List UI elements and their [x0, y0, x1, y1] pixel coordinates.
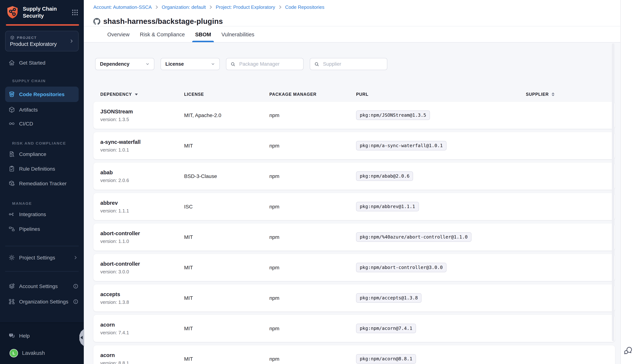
dependency-name: abort-controller	[100, 230, 184, 236]
license-cell: BSD-3-Clause	[184, 173, 269, 179]
app-logo-row: Supply Chain Security	[0, 0, 84, 24]
tab[interactable]: SBOM	[194, 26, 212, 42]
sidebar-item-label: Artifacts	[19, 107, 38, 113]
table-row[interactable]: abort-controller version: 3.0.0 MIT npm …	[93, 254, 615, 281]
table-row[interactable]: acorn version: 8.8.1 MIT npm pkg:npm/aco…	[93, 345, 615, 364]
table-row[interactable]: abort-controller version: 1.1.0 MIT npm …	[93, 224, 615, 250]
supplier-search-input[interactable]	[322, 61, 383, 67]
sidebar-item-integrations[interactable]: Integrations	[0, 207, 84, 222]
info-icon[interactable]	[73, 299, 79, 304]
column-header-supplier[interactable]: SUPPLIER	[526, 92, 615, 96]
table-row[interactable]: JSONStream version: 1.3.5 MIT, Apache-2.…	[93, 102, 615, 129]
breadcrumb-link[interactable]: Project: Product Exploratory	[216, 4, 275, 10]
package-manager-cell: npm	[269, 173, 356, 179]
sidebar-item-label: Account Settings	[19, 283, 58, 289]
sidebar-item-remediation-tracker[interactable]: Remediation Tracker	[0, 176, 84, 191]
purl-chip[interactable]: pkg:npm/a-sync-waterfall@1.0.1	[356, 141, 447, 150]
purl-chip[interactable]: pkg:npm/acorn@7.4.1	[356, 324, 416, 333]
project-selector[interactable]: PROJECT Product Exploratory	[5, 31, 79, 51]
user-menu[interactable]: L Lavakush	[0, 346, 84, 360]
sidebar-item-label: CI/CD	[19, 121, 33, 126]
main-area: Account: Automation-SSCA Organization: d…	[84, 0, 635, 364]
sidebar-item-label: Rule Definitions	[19, 166, 55, 172]
sidebar-item-compliance[interactable]: Compliance	[0, 147, 84, 162]
sidebar-item-get-started[interactable]: Get Started	[0, 56, 84, 70]
artifacts-cube-icon	[8, 106, 16, 114]
breadcrumb-link[interactable]: Code Repositories	[285, 4, 324, 10]
dependency-name: JSONStream	[100, 108, 184, 114]
table-row[interactable]: acorn version: 7.4.1 MIT npm pkg:npm/aco…	[93, 315, 615, 342]
apps-grid-icon[interactable]	[71, 9, 79, 16]
sidebar-section-risk-compliance: RISK AND COMPLIANCE	[0, 141, 84, 145]
github-icon	[93, 18, 100, 25]
purl-chip[interactable]: pkg:npm/acorn@8.8.1	[356, 354, 416, 364]
breadcrumb-link[interactable]: Account: Automation-SSCA	[93, 4, 152, 10]
breadcrumb-link[interactable]: Organization: default	[162, 4, 206, 10]
chat-widget-icon[interactable]	[623, 346, 632, 355]
sidebar-item-rule-definitions[interactable]: Rule Definitions	[0, 162, 84, 176]
sidebar-item-label: Help	[19, 333, 30, 339]
dependency-filter-select[interactable]: Dependency	[95, 58, 154, 70]
layers-gear-icon	[8, 282, 16, 290]
sidebar-item-artifacts[interactable]: Artifacts	[0, 103, 84, 117]
tab-label: Risk & Compliance	[140, 31, 185, 37]
license-cell: MIT	[184, 356, 269, 362]
column-header-label: PACKAGE MANAGER	[269, 92, 317, 96]
sidebar-item-account-settings[interactable]: Account Settings	[0, 279, 84, 294]
column-header-license: LICENSE	[184, 92, 269, 96]
purl-cell: pkg:npm/acorn@8.8.1	[356, 354, 526, 364]
table-row[interactable]: accepts version: 1.3.8 MIT npm pkg:npm/a…	[93, 284, 615, 312]
purl-chip[interactable]: pkg:npm/%40azure/abort-controller@1.1.0	[356, 232, 471, 242]
purl-chip[interactable]: pkg:npm/accepts@1.3.8	[356, 293, 421, 303]
breadcrumb-item: Code Repositories	[285, 4, 324, 10]
tab[interactable]: Vulnerabilities	[221, 26, 255, 42]
supplier-search	[310, 58, 387, 70]
license-cell: MIT	[184, 264, 269, 270]
column-header-dependency[interactable]: DEPENDENCY	[100, 92, 184, 96]
project-cube-icon	[10, 35, 15, 40]
package-manager-cell: npm	[269, 295, 356, 301]
search-icon	[314, 61, 320, 67]
pipeline-nodes-icon	[8, 225, 16, 233]
sidebar-item-cicd[interactable]: CI/CD	[0, 117, 84, 131]
help-chat-icon: ?	[8, 332, 16, 340]
sidebar-item-help[interactable]: ? Help	[0, 329, 84, 343]
purl-chip[interactable]: pkg:npm/abbrev@1.1.1	[356, 202, 419, 211]
sidebar-item-pipelines[interactable]: Pipelines	[0, 222, 84, 236]
package-manager-search-input[interactable]	[239, 61, 300, 67]
app-title: Supply Chain Security	[23, 6, 68, 19]
brand-accent-rule	[6, 24, 79, 26]
dependency-name: acorn	[100, 322, 184, 328]
sidebar-section-supply-chain: SUPPLY CHAIN	[0, 78, 84, 83]
sidebar-spacer	[0, 309, 84, 322]
scrollbar-thumb[interactable]	[612, 43, 614, 341]
dependency-name: abbrev	[100, 200, 184, 206]
dependency-version: version: 1.3.5	[100, 116, 184, 122]
dependency-cell: a-sync-waterfall version: 1.0.1	[100, 139, 184, 152]
sidebar-nav: Get Started SUPPLY CHAIN Code Repositori…	[0, 51, 84, 322]
tab-label: Vulnerabilities	[222, 31, 254, 37]
license-cell: MIT, Apache-2.0	[184, 112, 269, 118]
license-cell: MIT	[184, 234, 269, 240]
column-header-label: LICENSE	[184, 92, 204, 96]
tab[interactable]: Overview	[107, 26, 130, 42]
table-row[interactable]: abbrev version: 1.1.1 ISC npm pkg:npm/ab…	[93, 193, 615, 220]
sidebar-item-code-repositories[interactable]: Code Repositories	[5, 86, 79, 102]
sidebar-item-organization-settings[interactable]: Organization Settings	[0, 294, 84, 309]
purl-chip[interactable]: pkg:npm/JSONStream@1.3.5	[356, 110, 430, 120]
sidebar-item-project-settings[interactable]: Project Settings	[0, 250, 84, 264]
license-filter-select[interactable]: License	[161, 58, 220, 70]
sort-descending-icon	[135, 94, 138, 95]
column-header-label: SUPPLIER	[526, 92, 549, 96]
tab[interactable]: Risk & Compliance	[139, 26, 185, 42]
column-header-label: DEPENDENCY	[100, 92, 132, 96]
purl-chip[interactable]: pkg:npm/abort-controller@3.0.0	[356, 263, 447, 272]
license-cell: MIT	[184, 143, 269, 148]
chevron-right-icon	[73, 255, 79, 260]
license-filter-label: License	[165, 61, 184, 67]
sidebar-footer: ? Help L Lavakush	[0, 322, 84, 364]
info-icon[interactable]	[73, 283, 79, 289]
purl-chip[interactable]: pkg:npm/abab@2.0.6	[356, 171, 413, 181]
table-row[interactable]: a-sync-waterfall version: 1.0.1 MIT npm …	[93, 132, 615, 159]
table-row[interactable]: abab version: 2.0.6 BSD-3-Clause npm pkg…	[93, 162, 615, 190]
